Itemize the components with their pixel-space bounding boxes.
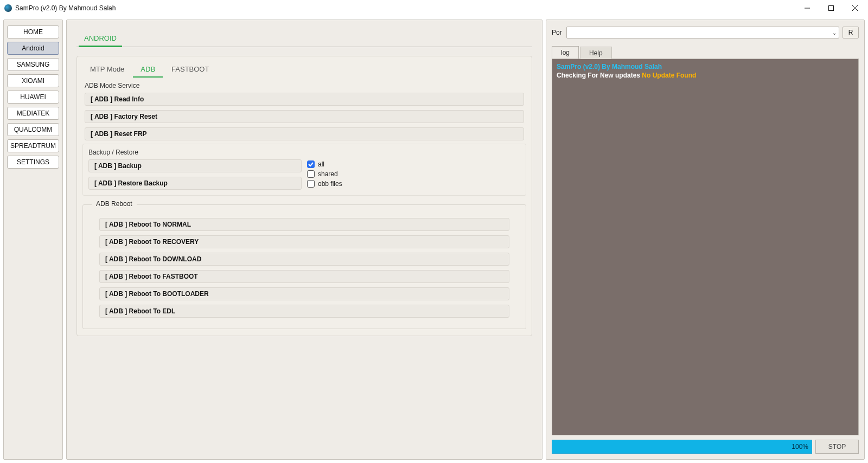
- adb-reboot-legend: ADB Reboot: [92, 200, 137, 208]
- progress-value: 100%: [792, 443, 808, 451]
- reboot-normal-button[interactable]: [ ADB ] Reboot To NORMAL: [99, 218, 509, 231]
- sidebar-item-label: QUALCOMM: [14, 126, 53, 133]
- window-close-button[interactable]: [843, 0, 867, 16]
- backup-restore-title: Backup / Restore: [88, 149, 520, 159]
- svg-rect-0: [829, 6, 834, 11]
- checkbox-label: all: [318, 160, 324, 168]
- subtab-label: MTP Mode: [90, 65, 124, 73]
- right-panel: Por ⌄ R log Help SamPro (v2.0) By Mahmou…: [546, 20, 865, 460]
- log-line: Checking For New updates No Update Found: [557, 71, 854, 80]
- button-label: [ ADB ] Reboot To DOWNLOAD: [105, 255, 201, 263]
- adb-reboot-group: ADB Reboot [ ADB ] Reboot To NORMAL [ AD…: [82, 204, 526, 329]
- button-label: [ ADB ] Reboot To BOOTLOADER: [105, 290, 209, 298]
- tab-label: ANDROID: [84, 34, 117, 42]
- reboot-edl-button[interactable]: [ ADB ] Reboot To EDL: [99, 305, 509, 318]
- adb-backup-button[interactable]: [ ADB ] Backup: [88, 159, 302, 172]
- window-title: SamPro (v2.0) By Mahmoud Salah: [15, 4, 116, 12]
- button-label: [ ADB ] Read Info: [91, 95, 144, 103]
- sidebar-item-mediatek[interactable]: MEDIATEK: [7, 107, 59, 120]
- stop-button[interactable]: STOP: [815, 440, 859, 454]
- subtab-mtp[interactable]: MTP Mode: [82, 62, 132, 78]
- sidebar-item-xiaomi[interactable]: XIOAMI: [7, 74, 59, 87]
- sidebar-item-settings[interactable]: SETTINGS: [7, 156, 59, 169]
- log-line: SamPro (v2.0) By Mahmoud Salah: [557, 62, 854, 71]
- chevron-down-icon: ⌄: [832, 30, 837, 36]
- tab-log[interactable]: log: [552, 46, 579, 59]
- log-tabs: log Help: [552, 46, 859, 59]
- tab-label: Help: [589, 49, 603, 57]
- progress-bar: 100%: [552, 440, 812, 454]
- adb-reset-frp-button[interactable]: [ ADB ] Reset FRP: [85, 127, 524, 140]
- button-label: R: [848, 29, 853, 36]
- checkbox-icon: [307, 160, 315, 168]
- adb-mode-service-title: ADB Mode Service: [82, 78, 526, 93]
- button-label: [ ADB ] Restore Backup: [94, 179, 168, 187]
- sidebar-item-qualcomm[interactable]: QUALCOMM: [7, 123, 59, 136]
- button-label: [ ADB ] Reboot To RECOVERY: [105, 238, 199, 246]
- sidebar-item-android[interactable]: Android: [7, 42, 59, 55]
- adb-factory-reset-button[interactable]: [ ADB ] Factory Reset: [85, 110, 524, 123]
- sidebar-item-label: HUAWEI: [20, 93, 46, 101]
- checkbox-icon: [307, 170, 315, 178]
- button-label: STOP: [828, 443, 846, 451]
- log-textarea[interactable]: SamPro (v2.0) By Mahmoud Salah Checking …: [552, 59, 859, 435]
- adb-restore-backup-button[interactable]: [ ADB ] Restore Backup: [88, 177, 302, 190]
- window-minimize-button[interactable]: [795, 0, 819, 16]
- port-refresh-button[interactable]: R: [843, 27, 859, 38]
- sidebar-item-huawei[interactable]: HUAWEI: [7, 91, 59, 104]
- reboot-recovery-button[interactable]: [ ADB ] Reboot To RECOVERY: [99, 235, 509, 248]
- port-label: Por: [552, 29, 563, 36]
- subtab-fastboot[interactable]: FASTBOOT: [164, 62, 216, 78]
- button-label: [ ADB ] Reboot To NORMAL: [105, 221, 191, 228]
- checkbox-label: shared: [318, 170, 338, 178]
- subtab-label: ADB: [141, 65, 155, 73]
- tab-label: log: [561, 49, 570, 56]
- backup-restore-box: Backup / Restore [ ADB ] Backup [ ADB ] …: [82, 144, 526, 196]
- tab-help[interactable]: Help: [580, 47, 612, 59]
- tab-android[interactable]: ANDROID: [76, 31, 124, 47]
- checkbox-shared[interactable]: shared: [307, 170, 520, 178]
- button-label: [ ADB ] Factory Reset: [91, 113, 157, 120]
- sidebar-item-label: XIOAMI: [22, 77, 44, 85]
- sidebar-item-label: Android: [22, 44, 44, 52]
- reboot-fastboot-button[interactable]: [ ADB ] Reboot To FASTBOOT: [99, 270, 509, 283]
- sub-tabs: MTP Mode ADB FASTBOOT: [82, 62, 526, 78]
- sidebar-item-label: SAMSUNG: [17, 61, 50, 68]
- subtab-adb[interactable]: ADB: [133, 62, 163, 78]
- subtab-label: FASTBOOT: [171, 65, 209, 73]
- sidebar-item-samsung[interactable]: SAMSUNG: [7, 58, 59, 71]
- main-panel: ANDROID MTP Mode ADB FASTBOOT ADB Mode S…: [66, 20, 542, 460]
- button-label: [ ADB ] Backup: [94, 162, 142, 170]
- sidebar-item-label: HOME: [23, 28, 43, 36]
- adb-card: MTP Mode ADB FASTBOOT ADB Mode Service […: [76, 56, 532, 336]
- window-titlebar: SamPro (v2.0) By Mahmoud Salah: [0, 0, 868, 16]
- sidebar-item-label: SPREADTRUM: [10, 142, 56, 150]
- sidebar-item-label: MEDIATEK: [17, 110, 49, 117]
- button-label: [ ADB ] Reboot To FASTBOOT: [105, 273, 198, 280]
- reboot-download-button[interactable]: [ ADB ] Reboot To DOWNLOAD: [99, 253, 509, 266]
- checkbox-label: obb files: [318, 180, 342, 188]
- sidebar: HOME Android SAMSUNG XIOAMI HUAWEI MEDIA…: [3, 20, 63, 460]
- checkbox-obb[interactable]: obb files: [307, 180, 520, 188]
- window-maximize-button[interactable]: [819, 0, 843, 16]
- sidebar-item-spreadtrum[interactable]: SPREADTRUM: [7, 139, 59, 152]
- checkbox-icon: [307, 180, 315, 188]
- main-tabs: ANDROID: [76, 31, 532, 47]
- button-label: [ ADB ] Reboot To EDL: [105, 307, 175, 315]
- sidebar-item-home[interactable]: HOME: [7, 25, 59, 38]
- reboot-bootloader-button[interactable]: [ ADB ] Reboot To BOOTLOADER: [99, 287, 509, 300]
- adb-read-info-button[interactable]: [ ADB ] Read Info: [85, 93, 524, 106]
- button-label: [ ADB ] Reset FRP: [91, 130, 147, 138]
- app-icon: [4, 4, 12, 12]
- checkbox-all[interactable]: all: [307, 160, 520, 168]
- sidebar-item-label: SETTINGS: [17, 158, 49, 166]
- port-combobox[interactable]: ⌄: [566, 27, 839, 38]
